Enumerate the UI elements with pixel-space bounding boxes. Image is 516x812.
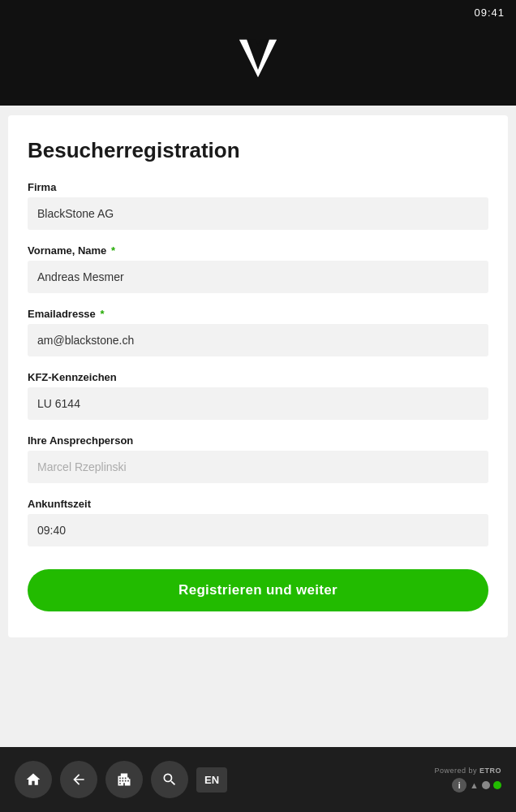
label-ansprechperson: Ihre Ansprechperson xyxy=(28,434,488,447)
status-time: 09:41 xyxy=(474,6,505,19)
form-group-kfz: KFZ-Kennzeichen xyxy=(28,371,488,420)
nav-right-bottom: i ▲ xyxy=(452,778,501,793)
search-button[interactable] xyxy=(151,761,188,798)
input-kfz[interactable] xyxy=(28,387,488,420)
nav-left: EN xyxy=(15,761,227,798)
submit-button[interactable]: Registrieren und weiter xyxy=(28,569,488,611)
input-ankunftszeit[interactable] xyxy=(28,514,488,546)
label-ankunftszeit: Ankunftszeit xyxy=(28,498,488,510)
label-name: Vorname, Name * xyxy=(28,244,488,257)
v-logo-icon xyxy=(236,37,280,80)
back-icon xyxy=(71,771,87,788)
status-dot-green xyxy=(493,781,501,789)
page-title: Besucherregistration xyxy=(28,138,488,163)
language-button[interactable]: EN xyxy=(196,767,227,793)
form-card: Besucherregistration Firma Vorname, Name… xyxy=(8,115,508,637)
input-firma[interactable] xyxy=(28,197,488,230)
required-indicator-email: * xyxy=(100,308,104,320)
building-icon xyxy=(116,771,132,788)
required-indicator: * xyxy=(111,244,115,257)
label-email: Emailadresse * xyxy=(28,308,488,320)
building-button[interactable] xyxy=(105,761,143,798)
input-email[interactable] xyxy=(28,324,488,356)
info-icon[interactable]: i xyxy=(452,778,467,793)
form-group-ankunftszeit: Ankunftszeit xyxy=(28,498,488,546)
input-name[interactable] xyxy=(28,261,488,293)
logo-area xyxy=(236,19,280,106)
back-button[interactable] xyxy=(60,761,97,798)
home-icon xyxy=(25,771,41,788)
powered-by-text: Powered by ETRO xyxy=(434,767,501,775)
search-icon xyxy=(161,771,178,788)
form-group-name: Vorname, Name * xyxy=(28,244,488,293)
nav-right: Powered by ETRO i ▲ xyxy=(434,767,501,793)
main-content: Besucherregistration Firma Vorname, Name… xyxy=(0,106,516,747)
form-group-ansprechperson: Ihre Ansprechperson xyxy=(28,434,488,483)
top-header: 09:41 xyxy=(0,0,516,106)
form-group-firma: Firma xyxy=(28,181,488,230)
status-bar: 09:41 xyxy=(0,0,516,19)
label-firma: Firma xyxy=(28,181,488,193)
device-wrapper: 09:41 Besucherregistration Firma xyxy=(0,0,516,812)
bottom-nav: EN Powered by ETRO i ▲ xyxy=(0,747,516,812)
input-ansprechperson[interactable] xyxy=(28,451,488,483)
form-group-email: Emailadresse * xyxy=(28,308,488,356)
home-button[interactable] xyxy=(15,761,52,798)
chevron-up-icon: ▲ xyxy=(470,780,479,790)
nav-right-top: Powered by ETRO xyxy=(434,767,501,775)
status-dot-gray xyxy=(482,781,490,789)
label-kfz: KFZ-Kennzeichen xyxy=(28,371,488,383)
